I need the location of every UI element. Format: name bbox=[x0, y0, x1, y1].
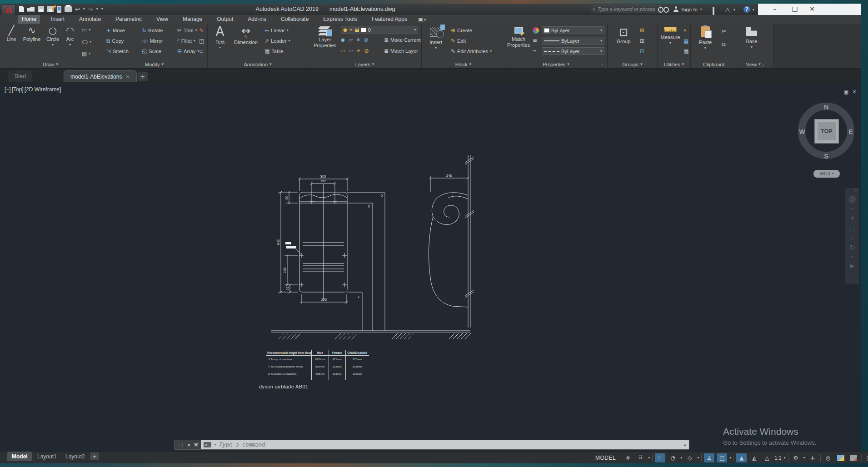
draw-panel-label[interactable]: Draw ▾ bbox=[0, 60, 101, 68]
arc-button[interactable]: ◠ Arc ▾ bbox=[63, 26, 77, 47]
cut-clip-icon[interactable]: ✂ bbox=[722, 29, 726, 34]
help-search-input[interactable]: ▸ Type a keyword or phrase bbox=[591, 5, 661, 13]
command-input[interactable]: >_ ▾ Type a command ▴ bbox=[201, 440, 689, 449]
layout2-tab[interactable]: Layout2 bbox=[61, 452, 90, 461]
help-caret-icon[interactable]: ▾ bbox=[753, 8, 754, 12]
linear-button[interactable]: ↔ Linear ▾ bbox=[264, 28, 289, 33]
plot-icon[interactable] bbox=[65, 6, 72, 12]
create-block-button[interactable]: ⊕ Create bbox=[451, 28, 472, 33]
help-icon[interactable]: ? bbox=[743, 6, 750, 13]
minimize-button[interactable]: – bbox=[768, 5, 782, 12]
layer-unlock2-icon[interactable]: ⊘ bbox=[364, 48, 369, 54]
file-tab-document[interactable]: model1-AbElevations × bbox=[64, 70, 137, 82]
base-button[interactable]: Base ▾ bbox=[742, 27, 762, 49]
annotation-monitor-plus-icon[interactable]: + bbox=[808, 453, 818, 462]
tab-addins[interactable]: Add-ins bbox=[244, 15, 270, 24]
quick-calculator-icon[interactable]: ▦ bbox=[683, 49, 688, 54]
circle-button[interactable]: ○ Circle ▾ bbox=[44, 26, 62, 47]
match-properties-button[interactable]: Match Properties bbox=[507, 27, 530, 48]
command-grip-icon[interactable]: ⋮⋮ bbox=[177, 442, 184, 447]
model-space-canvas[interactable]: [−] [Top] [2D Wireframe] – ▣ × N W E S T… bbox=[0, 82, 861, 451]
annotation-panel-label[interactable]: Annotation ▾ bbox=[208, 60, 308, 68]
tab-view[interactable]: View bbox=[153, 15, 172, 24]
ortho-toggle-icon[interactable]: ∟ bbox=[655, 453, 665, 462]
tab-output[interactable]: Output bbox=[213, 15, 237, 24]
sign-in-button[interactable]: Sign In ▾ bbox=[673, 6, 702, 12]
scale-button[interactable]: ◱ Scale bbox=[142, 49, 161, 54]
make-current-button[interactable]: ≣ Make Current bbox=[384, 37, 421, 43]
save-as-icon[interactable] bbox=[47, 6, 54, 12]
mirror-button[interactable]: ◁▷ Mirror bbox=[142, 38, 163, 44]
move-button[interactable]: + Move bbox=[106, 28, 125, 33]
annotation-scale-value[interactable]: 1:1 bbox=[774, 453, 781, 462]
layer-isolate-icon[interactable]: ▱ bbox=[349, 37, 353, 43]
copy-clip-icon[interactable]: ⧉ bbox=[722, 42, 726, 47]
new-drawing-tab-button[interactable]: + bbox=[138, 72, 148, 81]
layer-select-dropdown[interactable]: ● ☀ 0 ▾ bbox=[341, 26, 418, 34]
annotation-autoscale-icon[interactable]: ◭ bbox=[749, 453, 759, 462]
lineweight-icon[interactable]: ≡ bbox=[533, 38, 537, 43]
open-file-icon[interactable] bbox=[27, 7, 35, 12]
line-button[interactable]: ╱ Line bbox=[3, 26, 20, 42]
polar-tracking-icon[interactable]: ◔ bbox=[668, 453, 678, 462]
measure-button[interactable]: Measure ▾ bbox=[659, 27, 682, 45]
qat-customize-icon[interactable]: ▾ bbox=[101, 7, 103, 11]
command-expand-icon[interactable]: ▴ bbox=[684, 442, 686, 447]
layer-unisolate-icon[interactable]: ▱ bbox=[341, 48, 345, 54]
open-from-mobile-icon[interactable] bbox=[57, 6, 61, 13]
modify-panel-label[interactable]: Modify ▾ bbox=[102, 60, 207, 68]
layer-freeze-icon[interactable]: ❄ bbox=[356, 38, 360, 42]
redo-caret-icon[interactable]: ▾ bbox=[96, 7, 98, 11]
layer-properties-button[interactable]: Layer Properties bbox=[311, 26, 339, 48]
color-wheel-icon[interactable] bbox=[533, 27, 539, 34]
quick-select-icon[interactable]: ⌖ bbox=[683, 28, 687, 33]
snap-toggle-icon[interactable]: ⠿ bbox=[635, 453, 646, 462]
tab-home[interactable]: Home bbox=[18, 15, 40, 24]
tab-featured-apps[interactable]: Featured Apps bbox=[368, 15, 411, 24]
document-tab-close-icon[interactable]: × bbox=[125, 74, 130, 79]
erase-icon[interactable]: ✎ bbox=[199, 28, 204, 33]
layers-panel-label[interactable]: Layers ▾ bbox=[308, 60, 421, 68]
group-button[interactable]: ⊡ Group bbox=[613, 27, 634, 45]
model-tab[interactable]: Model bbox=[7, 452, 32, 461]
cad-drawing[interactable]: 303 152 270 248 60 642 236 51 x y z bbox=[0, 82, 861, 451]
layer-lock-icon[interactable]: ⊘ bbox=[364, 37, 368, 43]
block-panel-label[interactable]: Block ▾ bbox=[422, 60, 505, 68]
isodraft-caret-icon[interactable]: ▾ bbox=[697, 456, 699, 460]
app-store-cart-icon[interactable] bbox=[713, 7, 714, 15]
clean-screen-toggle-icon[interactable]: ▢ bbox=[864, 453, 868, 462]
annotation-scale-caret-icon[interactable]: ▾ bbox=[784, 456, 786, 460]
explode-icon[interactable]: ◳ bbox=[199, 38, 204, 44]
text-button[interactable]: A Text ▾ bbox=[211, 25, 229, 50]
fillet-button[interactable]: ◜ Fillet ▾ bbox=[177, 38, 195, 44]
command-customize-icon[interactable]: ⚒ bbox=[194, 442, 198, 447]
ungroup-icon[interactable]: ⊠ bbox=[640, 28, 644, 33]
lineweight-dropdown[interactable]: ByLayer ▾ bbox=[542, 37, 604, 45]
rectangle-button[interactable]: ▭ ▾ bbox=[82, 27, 90, 33]
object-color-dropdown[interactable]: ByLayer ▾ bbox=[542, 26, 604, 34]
layer-walk-icon[interactable]: ▱ bbox=[349, 48, 353, 54]
object-snap-caret-icon[interactable]: ▾ bbox=[729, 456, 731, 460]
command-close-icon[interactable]: × bbox=[187, 442, 191, 447]
polar-caret-icon[interactable]: ▾ bbox=[680, 456, 682, 460]
properties-dialog-launcher-icon[interactable]: ⌟ bbox=[602, 62, 604, 65]
new-file-icon[interactable] bbox=[19, 6, 24, 12]
autocad-logo-button[interactable]: A bbox=[2, 4, 15, 16]
layer-off-icon[interactable]: ● bbox=[341, 38, 345, 42]
undo-icon[interactable]: ↩ bbox=[75, 6, 80, 12]
linetype-dropdown[interactable]: ByLayer ▾ bbox=[542, 47, 604, 55]
annotation-scale-icon[interactable]: △ bbox=[762, 453, 772, 462]
annotation-visibility-icon[interactable]: ▲ bbox=[736, 453, 747, 462]
id-point-icon[interactable]: ▤ bbox=[683, 38, 688, 44]
tab-collaborate[interactable]: Collaborate bbox=[277, 15, 312, 24]
command-prompt-icon[interactable]: >_ bbox=[204, 442, 211, 447]
workspace-gear-icon[interactable]: ⚙ bbox=[791, 453, 801, 462]
stretch-button[interactable]: ⇲ Stretch bbox=[106, 49, 129, 54]
group-selection-icon[interactable]: ⊡ bbox=[640, 49, 644, 54]
isodraft-icon[interactable]: ◇ bbox=[684, 453, 695, 462]
model-space-indicator[interactable]: MODEL bbox=[595, 455, 616, 461]
object-snap-tracking-icon[interactable]: ∡ bbox=[704, 453, 714, 462]
tab-annotate[interactable]: Annotate bbox=[75, 15, 105, 24]
tab-manage[interactable]: Manage bbox=[179, 15, 206, 24]
match-layer-button[interactable]: ≣ Match Layer bbox=[384, 48, 418, 54]
